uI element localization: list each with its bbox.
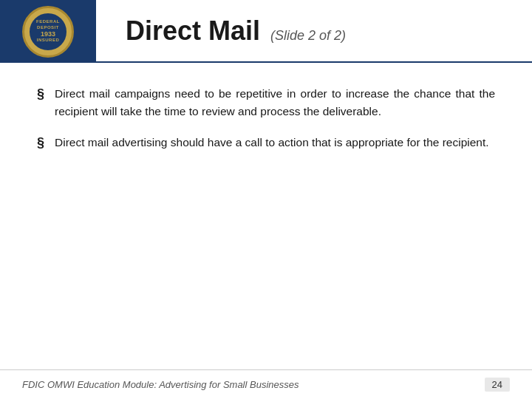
slide-container: FEDERAL DEPOSIT 1933 INSURED Direct Mail… xyxy=(0,0,532,399)
page-number: 24 xyxy=(485,378,510,392)
bullet-text-2: Direct mail advertising should have a ca… xyxy=(55,134,489,151)
bullet-symbol-2: § xyxy=(37,135,44,151)
bullet-text-1: Direct mail campaigns need to be repetit… xyxy=(55,85,495,120)
logo-area: FEDERAL DEPOSIT 1933 INSURED xyxy=(0,0,96,63)
footer-text: FDIC OMWI Education Module: Advertising … xyxy=(22,379,299,390)
bullet-list: § Direct mail campaigns need to be repet… xyxy=(37,85,495,151)
page-title: Direct Mail xyxy=(126,16,260,47)
main-content: § Direct mail campaigns need to be repet… xyxy=(0,63,532,369)
fdic-seal: FEDERAL DEPOSIT 1933 INSURED xyxy=(22,6,74,58)
fdic-seal-inner: FEDERAL DEPOSIT 1933 INSURED xyxy=(28,12,68,52)
header: FEDERAL DEPOSIT 1933 INSURED Direct Mail… xyxy=(0,0,532,63)
bullet-symbol-1: § xyxy=(37,86,44,102)
slide-subtitle: (Slide 2 of 2) xyxy=(270,28,346,44)
list-item: § Direct mail campaigns need to be repet… xyxy=(37,85,495,120)
footer: FDIC OMWI Education Module: Advertising … xyxy=(0,369,532,399)
header-title-area: Direct Mail (Slide 2 of 2) xyxy=(126,16,346,47)
list-item: § Direct mail advertising should have a … xyxy=(37,134,495,151)
